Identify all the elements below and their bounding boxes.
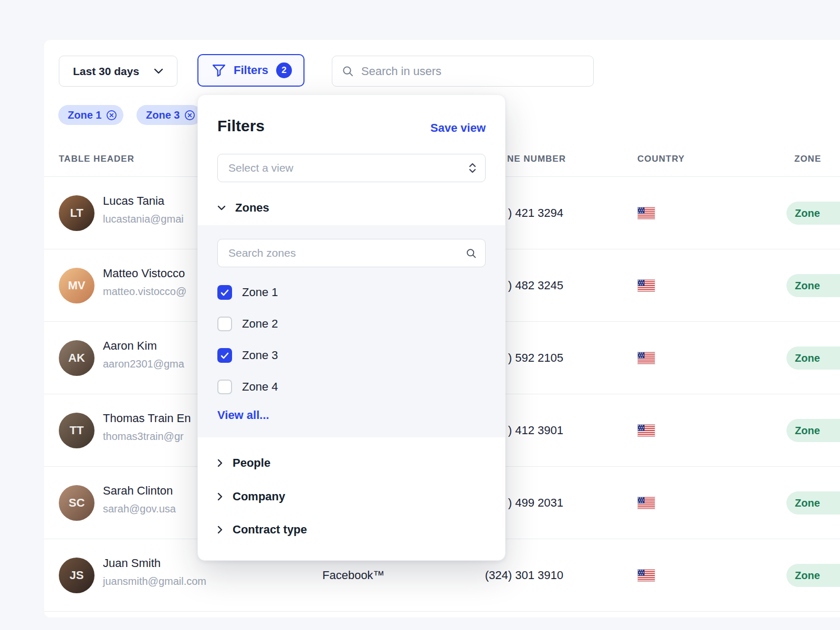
search-icon bbox=[466, 248, 477, 259]
zones-filter-area: Zone 1 Zone 2 Zone 3 Zone 4 View all... bbox=[198, 225, 505, 437]
section-toggle-contract-type[interactable]: Contract type bbox=[217, 520, 307, 539]
avatar-initials: AK bbox=[68, 351, 85, 365]
zone-option-label: Zone 4 bbox=[242, 380, 278, 394]
section-toggle-company[interactable]: Company bbox=[217, 487, 285, 506]
zone-badge-label: Zone bbox=[795, 352, 820, 364]
avatar: LT bbox=[59, 195, 94, 231]
zone-badge: Zone bbox=[786, 202, 840, 225]
avatar-initials: JS bbox=[70, 569, 84, 582]
filter-chip-label: Zone 3 bbox=[146, 109, 180, 121]
search-input[interactable] bbox=[361, 65, 584, 78]
column-header-main: TABLE HEADER bbox=[59, 154, 134, 164]
us-flag-icon bbox=[637, 424, 655, 437]
zone-badge: Zone bbox=[786, 274, 840, 297]
checkbox[interactable] bbox=[217, 380, 232, 394]
user-email: matteo.vistocco@ bbox=[103, 286, 186, 298]
us-flag-icon bbox=[637, 569, 655, 582]
user-name: Aaron Kim bbox=[103, 339, 157, 353]
search-icon bbox=[342, 65, 354, 77]
zone-badge-label: Zone bbox=[795, 280, 820, 292]
avatar: SC bbox=[59, 485, 94, 521]
zone-badge-label: Zone bbox=[795, 497, 820, 509]
date-range-label: Last 30 days bbox=[73, 65, 139, 78]
avatar-initials: MV bbox=[68, 279, 86, 292]
date-range-button[interactable]: Last 30 days bbox=[59, 56, 177, 87]
section-toggle-people[interactable]: People bbox=[217, 454, 270, 472]
chevron-right-icon bbox=[217, 459, 223, 467]
avatar: JS bbox=[59, 558, 94, 593]
column-header-country: COUNTRY bbox=[637, 154, 685, 164]
checkbox[interactable] bbox=[217, 317, 232, 331]
chevron-right-icon bbox=[217, 526, 223, 534]
zone-option-label: Zone 1 bbox=[242, 286, 278, 299]
users-search bbox=[332, 56, 594, 87]
filters-panel: Filters Save view Select a view Zones Zo… bbox=[197, 94, 506, 561]
user-name: Thomas Train En bbox=[103, 412, 191, 425]
zone-option[interactable]: Zone 4 bbox=[217, 371, 278, 403]
filters-count-badge: 2 bbox=[276, 62, 292, 78]
user-name: Lucas Tania bbox=[103, 194, 164, 208]
avatar-initials: TT bbox=[70, 424, 84, 437]
user-name: Sarah Clinton bbox=[103, 484, 173, 498]
filter-chip-label: Zone 1 bbox=[68, 109, 101, 121]
filters-panel-title: Filters bbox=[217, 117, 265, 135]
checkbox[interactable] bbox=[217, 348, 232, 363]
filters-button[interactable]: Filters 2 bbox=[197, 54, 304, 87]
chevron-down-icon bbox=[154, 68, 163, 74]
remove-chip-icon[interactable] bbox=[184, 110, 195, 121]
zone-badge: Zone bbox=[786, 346, 840, 370]
avatar-initials: SC bbox=[69, 496, 85, 510]
zone-option-label: Zone 3 bbox=[242, 349, 278, 362]
section-label-company: Company bbox=[233, 490, 285, 503]
chevron-down-icon bbox=[217, 205, 226, 211]
view-all-link[interactable]: View all... bbox=[217, 408, 269, 422]
avatar: MV bbox=[59, 268, 94, 303]
zone-badge-label: Zone bbox=[795, 570, 820, 582]
us-flag-icon bbox=[637, 497, 655, 509]
section-label-people: People bbox=[233, 456, 270, 470]
user-email: juansmith@gmail.com bbox=[103, 575, 206, 587]
zones-search-input[interactable] bbox=[228, 247, 459, 259]
user-email: sarah@gov.usa bbox=[103, 503, 176, 515]
zone-badge: Zone bbox=[786, 564, 840, 587]
column-header-phone: NE NUMBER bbox=[507, 154, 566, 164]
select-updown-icon bbox=[468, 162, 477, 174]
user-name: Juan Smith bbox=[103, 556, 161, 570]
us-flag-icon bbox=[637, 279, 655, 292]
remove-chip-icon[interactable] bbox=[106, 110, 117, 121]
zone-option-label: Zone 2 bbox=[242, 317, 278, 331]
save-view-link[interactable]: Save view bbox=[430, 121, 486, 135]
check-icon bbox=[220, 289, 229, 296]
user-name: Matteo Vistocco bbox=[103, 267, 185, 280]
zone-badge-label: Zone bbox=[795, 425, 820, 437]
zone-badge-label: Zone bbox=[795, 207, 820, 219]
us-flag-icon bbox=[637, 352, 655, 364]
filter-chip-zone-3: Zone 3 bbox=[136, 105, 202, 125]
filter-funnel-icon bbox=[212, 64, 226, 77]
avatar: AK bbox=[59, 340, 94, 376]
zone-badge: Zone bbox=[786, 419, 840, 442]
section-label-contract-type: Contract type bbox=[233, 523, 307, 537]
filters-button-label: Filters bbox=[234, 64, 268, 77]
view-select[interactable]: Select a view bbox=[217, 154, 486, 182]
checkbox[interactable] bbox=[217, 285, 232, 300]
user-email: lucastania@gmai bbox=[103, 213, 184, 225]
zone-option[interactable]: Zone 2 bbox=[217, 308, 278, 340]
column-header-zone: ZONE bbox=[794, 154, 821, 164]
avatar: TT bbox=[59, 413, 94, 448]
avatar-initials: LT bbox=[70, 206, 83, 220]
check-icon bbox=[220, 352, 229, 359]
user-email: thomas3train@gr bbox=[103, 430, 184, 443]
us-flag-icon bbox=[637, 207, 655, 219]
zone-option[interactable]: Zone 1 bbox=[217, 277, 278, 308]
zone-badge: Zone bbox=[786, 491, 840, 514]
filter-chip-zone-1: Zone 1 bbox=[58, 105, 123, 125]
section-label-zones: Zones bbox=[235, 201, 269, 215]
user-email: aaron2301@gma bbox=[103, 358, 184, 370]
zone-option[interactable]: Zone 3 bbox=[217, 340, 278, 371]
section-toggle-zones[interactable]: Zones bbox=[217, 200, 269, 216]
view-select-placeholder: Select a view bbox=[228, 162, 293, 174]
zones-search bbox=[217, 239, 486, 267]
chevron-right-icon bbox=[217, 492, 223, 501]
